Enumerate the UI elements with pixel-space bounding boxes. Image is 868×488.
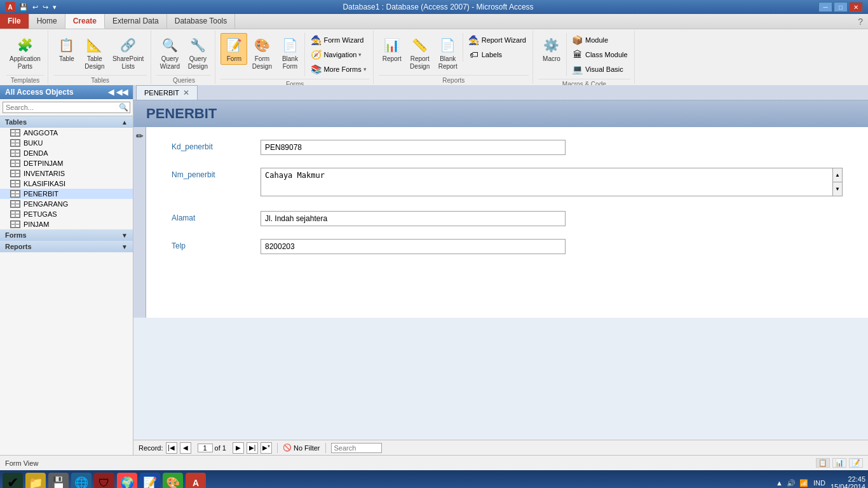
sidebar-item-denda[interactable]: DENDA <box>0 148 133 158</box>
blank-form-label: BlankForm <box>282 55 298 71</box>
nav-search-input[interactable] <box>331 443 382 453</box>
forms-section-label: Forms <box>5 231 27 239</box>
taskbar-icon-folder[interactable]: 📁 <box>25 473 46 488</box>
navigation-button[interactable]: 🧭 Navigation ▾ <box>308 48 369 62</box>
query-wizard-button[interactable]: 🔍 QueryWizard <box>156 33 183 72</box>
ribbon-group-tables: 📋 Table 📐 TableDesign 🔗 SharePointLists … <box>50 30 151 84</box>
qa-save[interactable]: 💾 <box>18 3 29 11</box>
tab-database-tools[interactable]: Database Tools <box>167 14 236 29</box>
close-button[interactable]: ✕ <box>849 2 863 12</box>
form-content-area: ✏ Kd_penerbit Nm_penerbit <box>133 127 868 318</box>
main-area: All Access Objects ◀ ◀◀ 🔍 Tables ▲ ANGGO… <box>0 85 868 455</box>
sidebar-item-anggota[interactable]: ANGGOTA <box>0 128 133 138</box>
ribbon-tabs: File Home Create External Data Database … <box>0 14 868 29</box>
sidebar-item-detpinjam[interactable]: DETPINJAM <box>0 158 133 168</box>
input-nm-penerbit[interactable]: Cahaya Makmur <box>261 168 832 196</box>
input-alamat[interactable] <box>261 211 566 226</box>
ribbon-group-macros: ⚙️ Macro 📦 Module 🏛 Class Module 💻 Visua… <box>534 30 635 84</box>
sidebar-section-reports: Reports ▼ <box>0 241 133 252</box>
blank-form-button[interactable]: 📄 BlankForm <box>276 33 303 72</box>
reports-section-header[interactable]: Reports ▼ <box>0 241 133 252</box>
taskbar-icon-access[interactable]: A <box>186 473 206 488</box>
search-input[interactable] <box>3 102 130 113</box>
maximize-button[interactable]: □ <box>834 2 848 12</box>
taskbar-icon-checkmark[interactable]: ✔ <box>3 473 23 488</box>
app-icon: A <box>5 2 15 12</box>
macro-label: Macro <box>543 55 560 63</box>
labels-button[interactable]: 🏷 Labels <box>466 48 529 62</box>
tables-section-header[interactable]: Tables ▲ <box>0 116 133 128</box>
sidebar-item-penerbit[interactable]: PENERBIT <box>0 189 133 199</box>
query-design-button[interactable]: 🔧 QueryDesign <box>184 33 211 72</box>
window-controls: ─ □ ✕ <box>818 2 863 12</box>
tab-close-icon[interactable]: ✕ <box>183 88 189 97</box>
visual-basic-button[interactable]: 💻 Visual Basic <box>569 62 630 76</box>
taskbar-clock[interactable]: 22:45 15/04/2014 <box>831 475 865 488</box>
report-button[interactable]: 📊 Report <box>379 33 405 65</box>
taskbar-icon-globe[interactable]: 🌐 <box>71 473 92 488</box>
help-icon[interactable]: ? <box>858 17 863 27</box>
tab-create[interactable]: Create <box>65 14 105 29</box>
view-icon-3[interactable]: 📝 <box>849 458 863 468</box>
form-label: Form <box>227 55 241 63</box>
form-toolbar-pencil-icon[interactable]: ✏ <box>136 131 144 141</box>
sidebar-item-pinjam[interactable]: PINJAM <box>0 219 133 229</box>
tab-home[interactable]: Home <box>29 14 65 29</box>
tab-external-data[interactable]: External Data <box>105 14 167 29</box>
nav-new-button[interactable]: ▶* <box>261 442 272 454</box>
qa-undo[interactable]: ↩ <box>31 3 39 11</box>
taskbar-icon-shield[interactable]: 🛡 <box>94 473 114 488</box>
minimize-button[interactable]: ─ <box>818 2 832 12</box>
taskbar-icon-floppy[interactable]: 💾 <box>48 473 69 488</box>
class-module-label: Class Module <box>585 51 628 58</box>
nav-record-input[interactable] <box>198 444 213 452</box>
query-wizard-icon: 🔍 <box>159 35 180 55</box>
penerbit-tab[interactable]: PENERBIT ✕ <box>136 85 198 100</box>
sidebar-pin-icon[interactable]: ◀◀ <box>116 88 128 97</box>
taskbar-icon-word[interactable]: 📝 <box>140 473 160 488</box>
module-button[interactable]: 📦 Module <box>569 33 630 47</box>
filter-icon: 🚫 <box>283 444 292 452</box>
blank-report-button[interactable]: 📄 BlankReport <box>435 33 461 72</box>
form-design-button[interactable]: 🎨 FormDesign <box>248 33 275 72</box>
nav-filter[interactable]: 🚫 No Filter <box>283 444 320 452</box>
query-design-icon: 🔧 <box>187 35 208 55</box>
more-forms-button[interactable]: 📚 More Forms ▾ <box>308 62 369 76</box>
nav-next-button[interactable]: ▶ <box>233 442 244 454</box>
view-icon-2[interactable]: 📊 <box>832 458 846 468</box>
nav-first-button[interactable]: |◀ <box>166 442 177 454</box>
taskbar-icon-paint[interactable]: 🎨 <box>163 473 183 488</box>
form-button[interactable]: 📝 Form <box>220 33 247 65</box>
scroll-up-btn[interactable]: ▲ <box>833 168 842 182</box>
sidebar-item-buku[interactable]: BUKU <box>0 138 133 148</box>
sidebar-title: All Access Objects <box>5 88 74 97</box>
input-telp[interactable] <box>261 239 566 254</box>
report-wizard-button[interactable]: 🧙 Report Wizard <box>466 33 529 47</box>
table-button[interactable]: 📋 Table <box>53 33 80 65</box>
form-wizard-button[interactable]: 🧙 Form Wizard <box>308 33 369 47</box>
taskbar-arrow-up[interactable]: ▲ <box>776 479 783 487</box>
sidebar-item-inventaris[interactable]: INVENTARIS <box>0 168 133 179</box>
sidebar-collapse-icon[interactable]: ◀ <box>108 88 114 97</box>
class-module-button[interactable]: 🏛 Class Module <box>569 48 630 62</box>
app-parts-button[interactable]: 🧩 ApplicationParts <box>6 33 44 72</box>
sharepoint-button[interactable]: 🔗 SharePointLists <box>109 33 147 72</box>
input-kd-penerbit[interactable] <box>261 140 566 155</box>
nav-prev-button[interactable]: ◀ <box>180 442 191 454</box>
macro-button[interactable]: ⚙️ Macro <box>538 33 565 65</box>
table-design-button[interactable]: 📐 TableDesign <box>81 33 108 72</box>
taskbar-icon-chrome[interactable]: 🌍 <box>117 473 137 488</box>
scroll-down-btn[interactable]: ▼ <box>833 182 842 196</box>
view-icon-1[interactable]: 📋 <box>816 458 830 468</box>
nav-last-button[interactable]: ▶| <box>247 442 258 454</box>
labels-label: Labels <box>482 51 502 58</box>
qa-redo[interactable]: ↪ <box>41 3 50 11</box>
sidebar-item-petugas[interactable]: PETUGAS <box>0 209 133 219</box>
sidebar-item-pengarang[interactable]: PENGARANG <box>0 199 133 209</box>
tab-file[interactable]: File <box>0 14 29 29</box>
macros-small-group: 📦 Module 🏛 Class Module 💻 Visual Basic <box>566 33 630 76</box>
sidebar-item-klasifikasi[interactable]: KLASIFIKASI <box>0 179 133 189</box>
forms-section-header[interactable]: Forms ▼ <box>0 229 133 241</box>
qa-dropdown[interactable]: ▾ <box>51 3 58 11</box>
report-design-button[interactable]: 📏 ReportDesign <box>407 33 433 72</box>
